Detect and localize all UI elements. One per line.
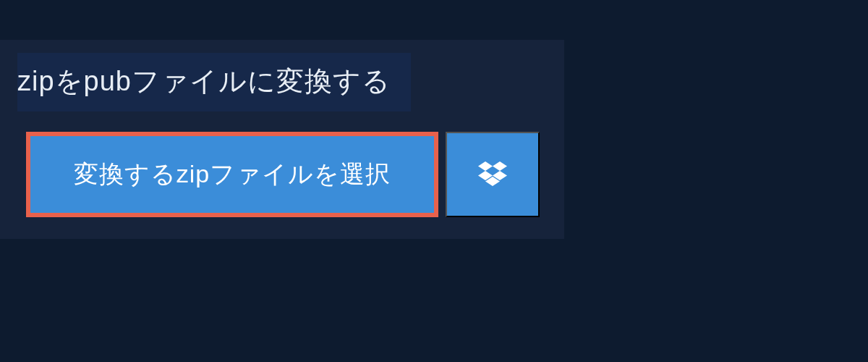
select-file-label: 変換するzipファイルを選択 xyxy=(74,158,391,191)
select-file-button[interactable]: 変換するzipファイルを選択 xyxy=(26,132,438,217)
dropbox-button[interactable] xyxy=(446,132,540,217)
action-row: 変換するzipファイルを選択 xyxy=(20,132,544,217)
title-container: zipをpubファイルに変換する xyxy=(17,53,411,111)
dropbox-icon xyxy=(478,161,507,188)
converter-panel: zipをpubファイルに変換する 変換するzipファイルを選択 xyxy=(0,40,564,239)
page-title: zipをpubファイルに変換する xyxy=(17,63,391,100)
